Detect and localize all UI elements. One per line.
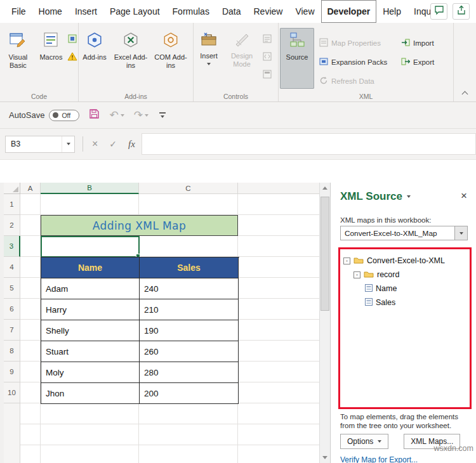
- row-header-9[interactable]: 9: [4, 362, 20, 382]
- visual-basic-button[interactable]: Visual Basic: [1, 28, 35, 89]
- tree-node-name[interactable]: Name: [343, 282, 466, 296]
- scroll-up-button[interactable]: [320, 183, 330, 193]
- macros-button[interactable]: Macros: [37, 28, 65, 89]
- table-row: Harry 210: [41, 299, 239, 320]
- expansion-packs-button[interactable]: Expansion Packs: [319, 56, 401, 68]
- source-button[interactable]: Source: [280, 28, 314, 89]
- share-button[interactable]: [453, 3, 470, 20]
- view-code-icon[interactable]: [263, 52, 272, 63]
- cell-b9[interactable]: Moly: [41, 362, 140, 383]
- tab-help[interactable]: Help: [376, 0, 407, 23]
- row-header-3[interactable]: 3: [4, 236, 20, 257]
- ribbon-tab-bar: File Home Insert Page Layout Formulas Da…: [0, 0, 476, 23]
- save-button[interactable]: [89, 108, 100, 122]
- cell-b8[interactable]: Stuart: [41, 341, 140, 362]
- cell-b6[interactable]: Harry: [41, 299, 140, 320]
- tab-file[interactable]: File: [5, 0, 32, 23]
- active-cell-b3[interactable]: [41, 236, 140, 258]
- tab-insert[interactable]: Insert: [69, 0, 103, 23]
- tree-node-sales[interactable]: Sales: [343, 296, 466, 310]
- macro-security-warning-icon[interactable]: [67, 52, 77, 63]
- pane-options-caret[interactable]: [407, 195, 411, 198]
- formula-input[interactable]: [142, 133, 476, 155]
- redo-button[interactable]: ↷: [134, 110, 149, 121]
- record-macro-icon[interactable]: [68, 34, 77, 46]
- column-header-a[interactable]: A: [20, 183, 41, 194]
- row-header-10[interactable]: 10: [4, 382, 20, 403]
- dropdown-arrow-button[interactable]: [454, 226, 467, 240]
- undo-button[interactable]: ↶: [109, 110, 124, 121]
- row-header-6[interactable]: 6: [4, 299, 20, 320]
- tab-data[interactable]: Data: [216, 0, 248, 23]
- name-box-dropdown[interactable]: [62, 136, 74, 152]
- refresh-data-label: Refresh Data: [331, 77, 374, 85]
- tab-developer[interactable]: Developer: [321, 0, 377, 23]
- tab-page-layout[interactable]: Page Layout: [103, 0, 166, 23]
- tree-node-sales-label: Sales: [376, 298, 395, 307]
- cell-b10[interactable]: Jhon: [41, 383, 140, 404]
- source-label: Source: [286, 53, 308, 62]
- xml-map-dropdown[interactable]: Convert-Excel-to-XML_Map: [340, 226, 468, 240]
- refresh-data-button[interactable]: Refresh Data: [319, 75, 401, 88]
- title-cell-b2[interactable]: Adding XML Map: [41, 215, 238, 236]
- cell-c5[interactable]: 240: [140, 278, 239, 299]
- vertical-scrollbar[interactable]: [319, 183, 330, 463]
- row-header-5[interactable]: 5: [4, 278, 20, 299]
- cell-c6[interactable]: 210: [140, 299, 239, 320]
- collapse-ribbon-button[interactable]: [463, 92, 467, 96]
- row-header-7[interactable]: 7: [4, 320, 20, 341]
- column-header-c[interactable]: C: [139, 183, 238, 194]
- row-header-2[interactable]: 2: [4, 215, 20, 236]
- macros-label: Macros: [39, 53, 62, 62]
- insert-control-button[interactable]: Insert: [195, 28, 223, 89]
- collapse-node-icon[interactable]: -: [343, 258, 350, 264]
- cell-b7[interactable]: Shelly: [41, 320, 140, 341]
- export-button[interactable]: Export: [401, 56, 449, 68]
- cell-c9[interactable]: 280: [140, 362, 239, 383]
- cell-b5[interactable]: Adam: [41, 278, 140, 299]
- tree-node-root[interactable]: - Convert-Excel-to-XML: [343, 254, 466, 268]
- cancel-entry-icon[interactable]: ×: [92, 138, 98, 150]
- name-box-value: B3: [6, 140, 62, 148]
- cell-c7[interactable]: 190: [140, 320, 239, 341]
- data-table: Name Sales Adam 240 Harry 210 Shelly 190…: [41, 257, 239, 404]
- tab-formulas[interactable]: Formulas: [166, 0, 216, 23]
- excel-addins-button[interactable]: Excel Add-ins: [112, 28, 150, 89]
- autosave-toggle[interactable]: Off: [49, 110, 79, 121]
- visual-basic-icon: [10, 32, 26, 51]
- design-mode-button[interactable]: Design Mode: [225, 28, 258, 89]
- verify-map-link[interactable]: Verify Map for Export...: [340, 455, 418, 463]
- expansion-packs-label: Expansion Packs: [331, 58, 387, 66]
- tab-home[interactable]: Home: [32, 0, 69, 23]
- insert-function-icon[interactable]: fx: [128, 139, 135, 150]
- scrollbar-thumb[interactable]: [321, 197, 329, 311]
- table-row: Stuart 260: [41, 341, 239, 362]
- close-pane-icon[interactable]: ×: [461, 190, 467, 201]
- cell-c8[interactable]: 260: [140, 341, 239, 362]
- row-header-4[interactable]: 4: [4, 257, 20, 278]
- confirm-entry-icon[interactable]: ✓: [109, 139, 117, 149]
- import-button[interactable]: Import: [401, 37, 449, 49]
- map-properties-button[interactable]: Map Properties: [319, 37, 401, 49]
- run-dialog-icon[interactable]: [263, 70, 272, 81]
- pane-title: XML Source: [340, 190, 411, 203]
- collapse-node-icon[interactable]: -: [354, 271, 360, 278]
- com-addins-button[interactable]: COM Add-ins: [152, 28, 189, 89]
- column-header-b[interactable]: B: [41, 183, 139, 194]
- properties-icon[interactable]: [263, 34, 272, 46]
- scroll-down-button[interactable]: [320, 452, 330, 463]
- comments-button[interactable]: [430, 3, 447, 20]
- addins-button[interactable]: Add-ins: [80, 28, 109, 89]
- row-header-8[interactable]: 8: [4, 341, 20, 362]
- tab-view[interactable]: View: [289, 0, 321, 23]
- row-header-1[interactable]: 1: [4, 194, 20, 215]
- options-button[interactable]: Options: [340, 434, 388, 449]
- tree-node-record[interactable]: - record: [343, 268, 466, 282]
- table-header-sales[interactable]: Sales: [140, 258, 239, 278]
- cell-c10[interactable]: 200: [140, 383, 239, 404]
- select-all-button[interactable]: [4, 183, 20, 194]
- table-header-name[interactable]: Name: [41, 258, 140, 278]
- tab-review[interactable]: Review: [248, 0, 289, 23]
- name-box[interactable]: B3: [5, 136, 75, 153]
- customize-qat-button[interactable]: [159, 112, 166, 118]
